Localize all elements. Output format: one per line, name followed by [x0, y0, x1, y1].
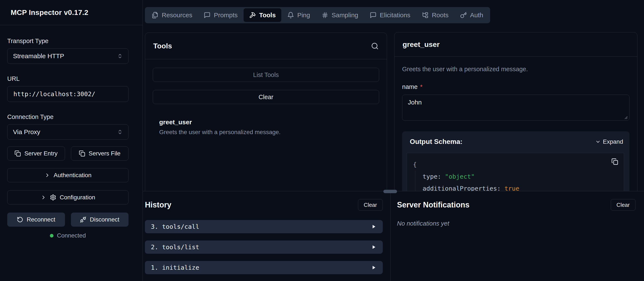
transport-type-value: Streamable HTTP — [13, 53, 64, 60]
disconnect-label: Disconnect — [90, 216, 119, 223]
tab-label: Ping — [297, 12, 310, 19]
sidebar-header: MCP Inspector v0.17.2 — [0, 0, 142, 25]
tab-resources[interactable]: Resources — [146, 8, 198, 22]
tab-bar: Resources Prompts Tools Ping Sampling — [145, 7, 490, 23]
clear-history-button[interactable]: Clear — [358, 199, 383, 211]
key-icon — [460, 12, 467, 19]
authentication-label: Authentication — [54, 172, 92, 179]
code-indent-block: type: "object" additionalProperties: tru… — [415, 171, 618, 191]
tab-label: Resources — [162, 12, 192, 19]
message-square-icon — [370, 12, 376, 19]
tool-detail-panel: greet_user Greets the user with a person… — [394, 32, 638, 191]
folder-tree-icon — [422, 12, 428, 19]
connection-type-label: Connection Type — [7, 113, 128, 120]
chevrons-up-down-icon — [117, 53, 123, 59]
tab-tools[interactable]: Tools — [244, 8, 281, 22]
history-item[interactable]: 3. tools/call — [145, 220, 383, 233]
app-title: MCP Inspector v0.17.2 — [11, 8, 88, 17]
expand-arrow-icon — [371, 245, 376, 249]
tab-prompts[interactable]: Prompts — [198, 8, 243, 22]
mcp-inspector-app: MCP Inspector v0.17.2 Transport Type Str… — [0, 0, 644, 281]
clear-notifications-button[interactable]: Clear — [611, 199, 636, 211]
authentication-button[interactable]: Authentication — [7, 168, 128, 182]
tool-detail-title: greet_user — [402, 40, 440, 49]
required-marker: * — [420, 83, 422, 90]
history-item-label: 1. initialize — [151, 264, 199, 271]
code-line-open: { — [413, 159, 618, 171]
connection-type-select[interactable]: Via Proxy — [7, 124, 128, 140]
tool-detail-header: greet_user — [394, 33, 637, 57]
copy-code-icon[interactable] — [612, 158, 618, 165]
expand-arrow-icon — [371, 265, 376, 270]
expand-arrow-icon — [371, 224, 376, 229]
server-notifications-panel: Server Notifications Clear No notificati… — [390, 191, 644, 281]
tools-panel-title: Tools — [153, 42, 172, 50]
list-tools-button[interactable]: List Tools — [153, 68, 379, 82]
server-buttons-row: Server Entry Servers File — [7, 146, 128, 161]
clear-tools-button[interactable]: Clear — [153, 90, 379, 104]
resize-grip-icon[interactable] — [624, 115, 628, 119]
history-list: 3. tools/call 2. tools/list 1. initializ… — [145, 220, 383, 274]
output-schema-header: Output Schema: Expand — [407, 138, 624, 146]
code-line: additionalProperties: true — [422, 182, 618, 191]
search-icon[interactable] — [371, 42, 379, 50]
chevron-down-icon — [595, 139, 601, 145]
tab-roots[interactable]: Roots — [416, 8, 454, 22]
reconnect-button[interactable]: Reconnect — [7, 212, 65, 227]
tool-detail-description: Greets the user with a personalized mess… — [402, 66, 630, 73]
tab-ping[interactable]: Ping — [282, 8, 316, 22]
code-key: type: — [422, 173, 441, 180]
name-field-input[interactable]: John — [402, 95, 630, 121]
connection-status: Connected — [7, 232, 128, 239]
top-section: Resources Prompts Tools Ping Sampling — [143, 0, 644, 191]
hammer-icon — [249, 12, 256, 19]
output-schema-section: Output Schema: Expand — [402, 131, 630, 191]
transport-type-group: Transport Type Streamable HTTP — [7, 38, 128, 64]
tab-elicitations[interactable]: Elicitations — [364, 8, 416, 22]
hash-icon — [322, 12, 328, 19]
configuration-button[interactable]: Configuration — [7, 190, 128, 204]
server-entry-button[interactable]: Server Entry — [7, 146, 65, 161]
connection-buttons-row: Reconnect Disconnect — [7, 212, 128, 227]
name-field-wrap: John — [402, 95, 630, 122]
files-icon — [152, 12, 158, 19]
transport-type-select[interactable]: Streamable HTTP — [7, 48, 128, 64]
url-label: URL — [7, 75, 128, 82]
server-entry-label: Server Entry — [24, 150, 58, 157]
tab-sampling[interactable]: Sampling — [316, 8, 364, 22]
history-item-label: 3. tools/call — [151, 223, 199, 230]
connection-type-value: Via Proxy — [13, 128, 40, 136]
tab-label: Sampling — [332, 12, 358, 19]
tab-label: Prompts — [214, 12, 238, 19]
history-header: History Clear — [145, 199, 383, 211]
expand-label: Expand — [603, 138, 623, 145]
tab-label: Auth — [470, 12, 483, 19]
tool-list-item[interactable]: greet_user Greets the user with a person… — [153, 119, 379, 136]
reconnect-label: Reconnect — [27, 216, 55, 223]
panel-resize-handle[interactable] — [383, 190, 397, 193]
notifications-empty-message: No notifications yet — [397, 220, 636, 227]
code-value-boolean: true — [504, 185, 519, 191]
disconnect-button[interactable]: Disconnect — [71, 212, 129, 227]
history-item[interactable]: 2. tools/list — [145, 240, 383, 254]
tab-auth[interactable]: Auth — [454, 8, 489, 22]
connection-type-group: Connection Type Via Proxy — [7, 113, 128, 140]
status-dot-icon — [50, 234, 54, 237]
url-group: URL — [7, 75, 128, 102]
transport-type-label: Transport Type — [7, 38, 128, 45]
code-value-string: "object" — [445, 173, 475, 180]
servers-file-label: Servers File — [89, 150, 120, 157]
url-input[interactable] — [7, 86, 128, 102]
servers-file-button[interactable]: Servers File — [71, 146, 129, 161]
tools-panel-header: Tools — [145, 33, 387, 59]
code-line: type: "object" — [422, 171, 618, 182]
sidebar-body: Transport Type Streamable HTTP URL Conne… — [0, 25, 142, 239]
history-item[interactable]: 1. initialize — [145, 261, 383, 274]
status-text: Connected — [57, 232, 86, 239]
schema-code-block[interactable]: { type: "object" additionalProperties: t… — [407, 153, 624, 191]
tab-label: Tools — [259, 12, 276, 19]
tool-description: Greets the user with a personalized mess… — [159, 129, 379, 136]
expand-schema-button[interactable]: Expand — [595, 138, 623, 145]
tab-label: Roots — [432, 12, 448, 19]
name-field-label: name — [402, 83, 418, 90]
